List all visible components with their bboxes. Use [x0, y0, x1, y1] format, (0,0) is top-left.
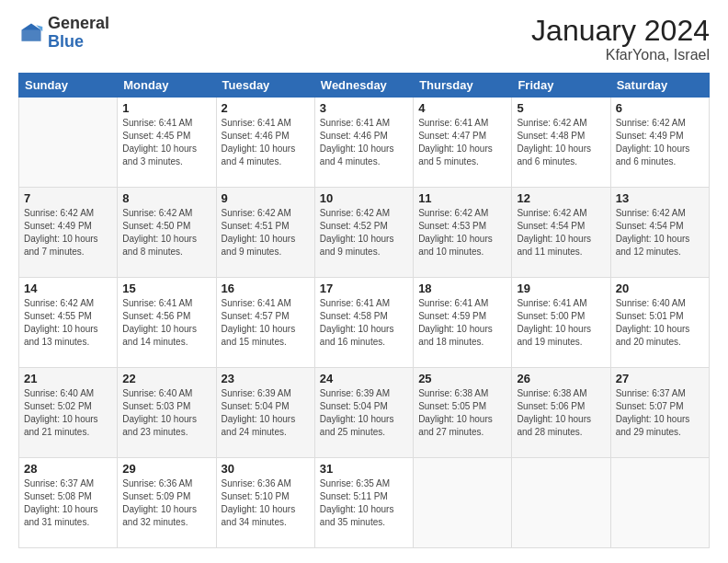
day-info: Sunrise: 6:42 AM Sunset: 4:51 PM Dayligh…	[222, 207, 310, 259]
day-number: 11	[418, 191, 506, 205]
day-info: Sunrise: 6:40 AM Sunset: 5:01 PM Dayligh…	[616, 297, 704, 349]
day-number: 1	[122, 101, 210, 115]
table-row: 25Sunrise: 6:38 AM Sunset: 5:05 PM Dayli…	[414, 368, 512, 458]
day-number: 23	[222, 372, 310, 385]
day-info: Sunrise: 6:40 AM Sunset: 5:02 PM Dayligh…	[24, 387, 112, 439]
calendar-header-row: Sunday Monday Tuesday Wednesday Thursday…	[19, 74, 710, 98]
day-number: 12	[517, 191, 605, 205]
day-info: Sunrise: 6:38 AM Sunset: 5:05 PM Dayligh…	[418, 387, 506, 439]
day-number: 22	[122, 372, 210, 385]
day-info: Sunrise: 6:42 AM Sunset: 4:54 PM Dayligh…	[616, 207, 704, 259]
day-number: 28	[24, 462, 112, 476]
day-number: 31	[320, 462, 408, 476]
day-info: Sunrise: 6:41 AM Sunset: 4:57 PM Dayligh…	[222, 297, 310, 349]
day-info: Sunrise: 6:41 AM Sunset: 4:46 PM Dayligh…	[320, 117, 408, 168]
day-info: Sunrise: 6:42 AM Sunset: 4:49 PM Dayligh…	[616, 117, 704, 168]
col-friday: Friday	[512, 74, 610, 98]
day-number: 10	[320, 191, 408, 205]
day-number: 13	[616, 191, 704, 205]
day-info: Sunrise: 6:35 AM Sunset: 5:11 PM Dayligh…	[320, 477, 408, 529]
table-row: 24Sunrise: 6:39 AM Sunset: 5:04 PM Dayli…	[314, 368, 413, 458]
day-info: Sunrise: 6:42 AM Sunset: 4:48 PM Dayligh…	[517, 117, 605, 168]
table-row	[414, 458, 512, 548]
header: General Blue January 2024 KfarYona, Isra…	[18, 15, 710, 63]
day-info: Sunrise: 6:41 AM Sunset: 5:00 PM Dayligh…	[517, 297, 605, 349]
table-row: 14Sunrise: 6:42 AM Sunset: 4:55 PM Dayli…	[19, 278, 118, 368]
day-number: 30	[222, 462, 310, 476]
day-number: 5	[517, 101, 605, 115]
table-row: 8Sunrise: 6:42 AM Sunset: 4:50 PM Daylig…	[118, 188, 216, 278]
day-info: Sunrise: 6:42 AM Sunset: 4:54 PM Dayligh…	[517, 207, 605, 259]
day-number: 18	[418, 282, 506, 295]
table-row: 7Sunrise: 6:42 AM Sunset: 4:49 PM Daylig…	[19, 188, 118, 278]
table-row: 5Sunrise: 6:42 AM Sunset: 4:48 PM Daylig…	[512, 98, 610, 188]
day-number: 14	[24, 282, 112, 295]
table-row: 4Sunrise: 6:41 AM Sunset: 4:47 PM Daylig…	[414, 98, 512, 188]
day-info: Sunrise: 6:42 AM Sunset: 4:52 PM Dayligh…	[320, 207, 408, 259]
page: General Blue January 2024 KfarYona, Isra…	[0, 0, 728, 563]
col-thursday: Thursday	[414, 74, 512, 98]
svg-rect-2	[22, 29, 41, 40]
calendar-week-row: 14Sunrise: 6:42 AM Sunset: 4:55 PM Dayli…	[19, 278, 710, 368]
table-row: 22Sunrise: 6:40 AM Sunset: 5:03 PM Dayli…	[118, 368, 216, 458]
day-info: Sunrise: 6:42 AM Sunset: 4:49 PM Dayligh…	[24, 207, 112, 259]
table-row	[19, 98, 118, 188]
table-row: 30Sunrise: 6:36 AM Sunset: 5:10 PM Dayli…	[216, 458, 314, 548]
day-number: 6	[616, 101, 704, 115]
calendar-week-row: 7Sunrise: 6:42 AM Sunset: 4:49 PM Daylig…	[19, 188, 710, 278]
day-number: 17	[320, 282, 408, 295]
table-row: 9Sunrise: 6:42 AM Sunset: 4:51 PM Daylig…	[216, 188, 314, 278]
table-row: 15Sunrise: 6:41 AM Sunset: 4:56 PM Dayli…	[118, 278, 216, 368]
day-info: Sunrise: 6:41 AM Sunset: 4:59 PM Dayligh…	[418, 297, 506, 349]
calendar-week-row: 21Sunrise: 6:40 AM Sunset: 5:02 PM Dayli…	[19, 368, 710, 458]
day-info: Sunrise: 6:40 AM Sunset: 5:03 PM Dayligh…	[122, 387, 210, 439]
day-number: 27	[616, 372, 704, 385]
day-number: 26	[517, 372, 605, 385]
table-row	[512, 458, 610, 548]
table-row: 17Sunrise: 6:41 AM Sunset: 4:58 PM Dayli…	[314, 278, 413, 368]
logo-text: General Blue	[48, 15, 109, 52]
calendar-week-row: 28Sunrise: 6:37 AM Sunset: 5:08 PM Dayli…	[19, 458, 710, 548]
table-row: 6Sunrise: 6:42 AM Sunset: 4:49 PM Daylig…	[610, 98, 709, 188]
table-row: 2Sunrise: 6:41 AM Sunset: 4:46 PM Daylig…	[216, 98, 314, 188]
day-number: 29	[122, 462, 210, 476]
col-saturday: Saturday	[610, 74, 709, 98]
location-title: KfarYona, Israel	[531, 47, 710, 63]
day-info: Sunrise: 6:36 AM Sunset: 5:10 PM Dayligh…	[222, 477, 310, 529]
day-info: Sunrise: 6:39 AM Sunset: 5:04 PM Dayligh…	[222, 387, 310, 439]
calendar-table: Sunday Monday Tuesday Wednesday Thursday…	[18, 73, 710, 548]
table-row: 11Sunrise: 6:42 AM Sunset: 4:53 PM Dayli…	[414, 188, 512, 278]
day-info: Sunrise: 6:36 AM Sunset: 5:09 PM Dayligh…	[122, 477, 210, 529]
table-row: 23Sunrise: 6:39 AM Sunset: 5:04 PM Dayli…	[216, 368, 314, 458]
calendar-week-row: 1Sunrise: 6:41 AM Sunset: 4:45 PM Daylig…	[19, 98, 710, 188]
logo-icon	[18, 20, 44, 46]
table-row: 20Sunrise: 6:40 AM Sunset: 5:01 PM Dayli…	[610, 278, 709, 368]
day-info: Sunrise: 6:39 AM Sunset: 5:04 PM Dayligh…	[320, 387, 408, 439]
day-number: 8	[122, 191, 210, 205]
table-row: 26Sunrise: 6:38 AM Sunset: 5:06 PM Dayli…	[512, 368, 610, 458]
table-row: 21Sunrise: 6:40 AM Sunset: 5:02 PM Dayli…	[19, 368, 118, 458]
table-row: 18Sunrise: 6:41 AM Sunset: 4:59 PM Dayli…	[414, 278, 512, 368]
day-number: 4	[418, 101, 506, 115]
table-row: 10Sunrise: 6:42 AM Sunset: 4:52 PM Dayli…	[314, 188, 413, 278]
day-info: Sunrise: 6:41 AM Sunset: 4:58 PM Dayligh…	[320, 297, 408, 349]
table-row: 1Sunrise: 6:41 AM Sunset: 4:45 PM Daylig…	[118, 98, 216, 188]
table-row: 27Sunrise: 6:37 AM Sunset: 5:07 PM Dayli…	[610, 368, 709, 458]
day-number: 24	[320, 372, 408, 385]
col-wednesday: Wednesday	[314, 74, 413, 98]
day-number: 20	[616, 282, 704, 295]
day-number: 25	[418, 372, 506, 385]
day-info: Sunrise: 6:41 AM Sunset: 4:45 PM Dayligh…	[122, 117, 210, 168]
day-info: Sunrise: 6:41 AM Sunset: 4:56 PM Dayligh…	[122, 297, 210, 349]
table-row: 28Sunrise: 6:37 AM Sunset: 5:08 PM Dayli…	[19, 458, 118, 548]
day-number: 7	[24, 191, 112, 205]
day-number: 9	[222, 191, 310, 205]
logo: General Blue	[18, 15, 109, 52]
day-info: Sunrise: 6:38 AM Sunset: 5:06 PM Dayligh…	[517, 387, 605, 439]
title-block: January 2024 KfarYona, Israel	[531, 15, 710, 63]
day-info: Sunrise: 6:42 AM Sunset: 4:50 PM Dayligh…	[122, 207, 210, 259]
day-info: Sunrise: 6:41 AM Sunset: 4:47 PM Dayligh…	[418, 117, 506, 168]
day-info: Sunrise: 6:37 AM Sunset: 5:08 PM Dayligh…	[24, 477, 112, 529]
day-info: Sunrise: 6:37 AM Sunset: 5:07 PM Dayligh…	[616, 387, 704, 439]
day-number: 16	[222, 282, 310, 295]
